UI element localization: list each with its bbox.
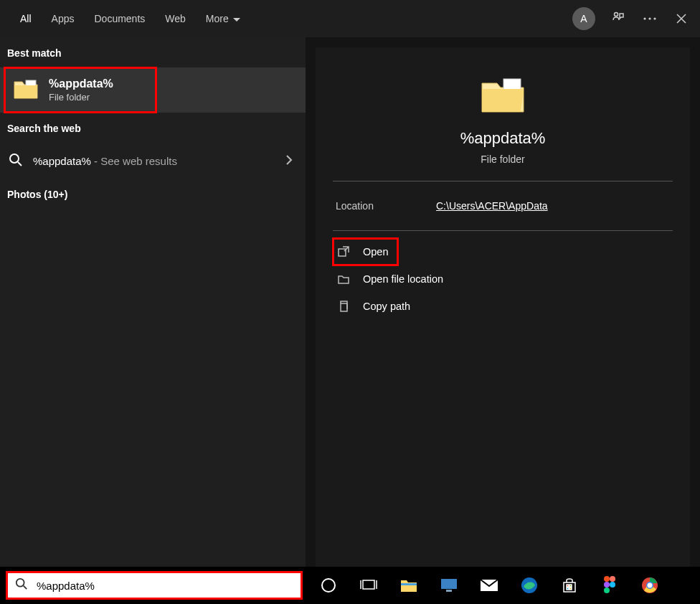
preview-header: %appdata% File folder — [333, 59, 673, 181]
svg-point-26 — [610, 582, 615, 588]
task-view-icon[interactable] — [359, 575, 379, 595]
taskbar-tray — [318, 575, 660, 595]
web-term: %appdata% — [33, 155, 91, 167]
svg-rect-16 — [446, 590, 452, 592]
svg-point-24 — [610, 576, 615, 582]
open-icon — [337, 245, 350, 258]
web-result-text: %appdata% - See web results — [33, 155, 275, 168]
feedback-icon[interactable] — [610, 10, 627, 27]
svg-rect-22 — [569, 588, 572, 590]
action-open-location[interactable]: Open file location — [333, 265, 673, 293]
web-result[interactable]: %appdata% - See web results — [0, 143, 306, 180]
folder-icon — [13, 78, 39, 103]
location-row: Location C:\Users\ACER\AppData — [333, 181, 673, 231]
tab-documents[interactable]: Documents — [84, 0, 155, 37]
svg-point-1 — [643, 17, 645, 19]
folder-large-icon — [479, 76, 526, 129]
taskbar — [0, 567, 700, 604]
svg-rect-20 — [569, 585, 572, 587]
svg-point-30 — [648, 583, 653, 588]
svg-point-25 — [604, 582, 610, 588]
web-sub: - See web results — [91, 155, 177, 167]
results-pane: Best match %appdata% File folder Search … — [0, 37, 306, 567]
preview-subtitle: File folder — [481, 154, 524, 165]
actions-list: Open Open file location Copy path — [333, 231, 673, 327]
figma-icon[interactable] — [600, 575, 620, 595]
svg-rect-19 — [567, 585, 569, 587]
topbar-right: A — [572, 7, 690, 30]
svg-rect-21 — [567, 588, 569, 590]
svg-rect-15 — [441, 579, 457, 589]
svg-rect-11 — [363, 580, 374, 589]
edge-icon[interactable] — [519, 575, 539, 595]
action-open-label: Open — [363, 246, 388, 258]
svg-rect-14 — [401, 583, 417, 585]
svg-point-27 — [604, 588, 610, 593]
svg-point-5 — [10, 154, 19, 163]
more-options-icon[interactable] — [641, 10, 658, 27]
chevron-right-icon — [285, 154, 293, 169]
caret-down-icon — [233, 13, 240, 24]
tab-web[interactable]: Web — [155, 0, 196, 37]
action-copy-path-label: Copy path — [363, 301, 410, 312]
mail-icon[interactable] — [479, 575, 499, 595]
taskbar-search[interactable] — [6, 571, 303, 600]
svg-point-0 — [615, 13, 618, 16]
folder-outline-icon — [337, 273, 350, 286]
result-subtitle: File folder — [49, 92, 113, 103]
topbar: All Apps Documents Web More A — [0, 0, 700, 37]
store-icon[interactable] — [559, 575, 580, 595]
avatar[interactable]: A — [572, 7, 595, 30]
svg-point-23 — [604, 576, 610, 582]
action-open[interactable]: Open — [333, 238, 398, 265]
tab-more-label: More — [206, 13, 229, 24]
copy-icon — [337, 300, 350, 313]
svg-point-3 — [653, 17, 656, 19]
main-area: Best match %appdata% File folder Search … — [0, 37, 700, 567]
filter-tabs: All Apps Documents Web More — [10, 0, 250, 37]
tab-apps[interactable]: Apps — [42, 0, 85, 37]
result-title: %appdata% — [49, 77, 113, 90]
preview-card: %appdata% File folder Location C:\Users\… — [316, 47, 690, 580]
search-input[interactable] — [35, 579, 293, 593]
file-explorer-icon[interactable] — [399, 575, 419, 595]
action-open-location-label: Open file location — [363, 273, 443, 285]
cortana-icon[interactable] — [318, 575, 339, 595]
result-text: %appdata% File folder — [49, 77, 113, 103]
svg-point-9 — [16, 579, 24, 587]
photos-row[interactable]: Photos (10+) — [0, 180, 306, 209]
monitor-app-icon[interactable] — [439, 575, 459, 595]
preview-pane: %appdata% File folder Location C:\Users\… — [306, 37, 700, 567]
svg-point-2 — [648, 17, 651, 19]
chrome-icon[interactable] — [640, 575, 660, 595]
tab-more[interactable]: More — [196, 0, 250, 37]
search-web-label: Search the web — [0, 113, 306, 143]
svg-point-10 — [322, 579, 335, 592]
tab-all[interactable]: All — [10, 0, 42, 37]
action-copy-path[interactable]: Copy path — [333, 293, 673, 320]
best-match-label: Best match — [0, 37, 306, 67]
best-match-result[interactable]: %appdata% File folder — [4, 67, 156, 113]
search-icon — [9, 153, 23, 170]
search-icon — [15, 577, 28, 593]
svg-rect-8 — [341, 303, 347, 311]
location-value[interactable]: C:\Users\ACER\AppData — [436, 200, 548, 212]
preview-title: %appdata% — [460, 129, 546, 148]
close-icon[interactable] — [673, 10, 690, 27]
location-label: Location — [336, 200, 436, 212]
